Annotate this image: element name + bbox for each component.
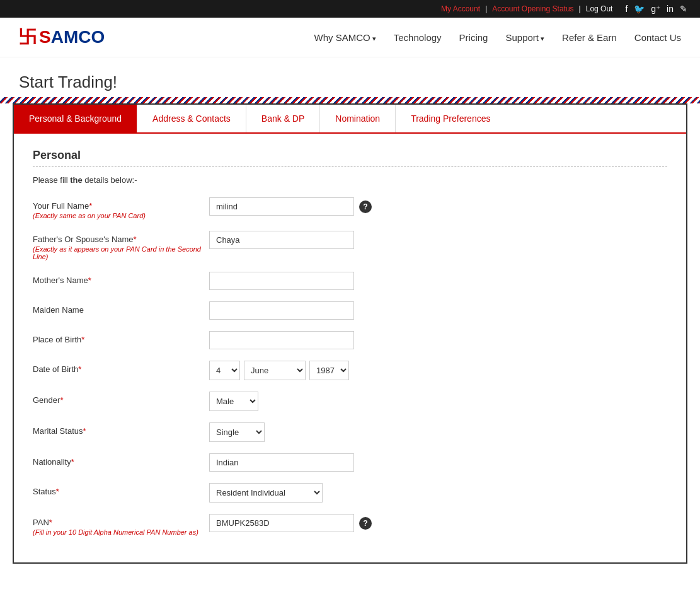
mother-name-input[interactable] [209, 272, 354, 290]
input-group-dob: 1234 5678 9101112 13141516 17181920 2122… [209, 361, 667, 380]
social-icons: f 🐦 g⁺ in ✎ [625, 4, 687, 14]
label-marital-status: Marital Status* [33, 422, 209, 436]
label-pan: PAN* (Fill in your 10 Digit Alpha Numeri… [33, 514, 209, 536]
tab-personal-background[interactable]: Personal & Background [14, 105, 137, 132]
input-group-marital-status: Single Married Divorced Widowed [209, 422, 667, 442]
account-opening-status-link[interactable]: Account Opening Status [492, 4, 573, 13]
nav-pricing[interactable]: Pricing [459, 32, 488, 43]
input-group-father-spouse [209, 231, 667, 249]
input-group-gender: Male Female Other [209, 392, 667, 411]
linkedin-icon[interactable]: in [667, 4, 674, 14]
nav-why-samco[interactable]: Why SAMCO [314, 32, 376, 43]
pan-input[interactable] [209, 514, 354, 532]
tab-bank-dp[interactable]: Bank & DP [246, 105, 320, 132]
my-account-link[interactable]: My Account [441, 4, 480, 13]
page-title-section: Start Trading! [0, 57, 700, 97]
form-row-maiden-name: Maiden Name [33, 301, 667, 320]
form-row-pan: PAN* (Fill in your 10 Digit Alpha Numeri… [33, 514, 667, 536]
input-group-maiden-name [209, 301, 667, 320]
input-group-mother-name [209, 272, 667, 290]
nav-refer-earn[interactable]: Refer & Earn [562, 32, 617, 43]
maiden-name-input[interactable] [209, 301, 354, 320]
logo-symbol: 卐 [19, 25, 37, 49]
label-place-of-birth: Place of Birth* [33, 331, 209, 344]
full-name-input[interactable] [209, 197, 354, 216]
help-icon-full-name[interactable]: ? [359, 201, 372, 213]
form-row-place-of-birth: Place of Birth* [33, 331, 667, 349]
tab-address-contacts[interactable]: Address & Contacts [137, 105, 246, 132]
input-group-nationality [209, 453, 667, 472]
nav-technology[interactable]: Technology [394, 32, 442, 43]
section-title: Personal [33, 149, 667, 162]
dob-month-select[interactable]: JanuaryFebruaryMarch AprilMayJune JulyAu… [244, 361, 306, 380]
input-group-status: Resident Individual Non-Resident Individ… [209, 483, 667, 503]
label-father-spouse: Father's Or Spouse's Name* (Exactly as i… [33, 231, 209, 260]
sub-label-full-name: (Exactly same as on your PAN Card) [33, 212, 209, 219]
nav-links: Why SAMCO Technology Pricing Support Ref… [314, 32, 681, 43]
facebook-icon[interactable]: f [625, 4, 628, 14]
label-full-name: Your Full Name* (Exactly same as on your… [33, 197, 209, 219]
tab-nomination[interactable]: Nomination [320, 105, 396, 132]
section-divider [33, 166, 667, 166]
logo-s: S [39, 27, 51, 47]
input-group-place-of-birth [209, 331, 667, 349]
logo-amco: AMCO [51, 27, 105, 47]
fill-instruction: Please fill the details below:- [33, 175, 667, 185]
form-content: Personal Please fill the details below:-… [14, 132, 686, 562]
top-bar: My Account | Account Opening Status | Lo… [0, 0, 700, 18]
form-row-marital-status: Marital Status* Single Married Divorced … [33, 422, 667, 442]
form-row-mother-name: Mother's Name* [33, 272, 667, 290]
help-icon-pan[interactable]: ? [359, 517, 372, 530]
input-group-full-name: ? [209, 197, 667, 216]
form-row-gender: Gender* Male Female Other [33, 392, 667, 411]
logo-text: SAMCO [39, 27, 105, 47]
nav-contact-us[interactable]: Contact Us [634, 32, 681, 43]
label-status: Status* [33, 483, 209, 496]
father-spouse-input[interactable] [209, 231, 354, 249]
nav-bar: 卐 SAMCO Why SAMCO Technology Pricing Sup… [0, 18, 700, 57]
label-maiden-name: Maiden Name [33, 301, 209, 315]
sub-label-pan: (Fill in your 10 Digit Alpha Numerical P… [33, 528, 209, 536]
gender-select[interactable]: Male Female Other [209, 392, 258, 411]
form-row-dob: Date of Birth* 1234 5678 9101112 1314151… [33, 361, 667, 380]
sub-label-father-spouse: (Exactly as it appears on your PAN Card … [33, 245, 209, 260]
form-row-nationality: Nationality* [33, 453, 667, 472]
logo: 卐 SAMCO [19, 25, 105, 49]
status-select[interactable]: Resident Individual Non-Resident Individ… [209, 483, 323, 503]
form-row-status: Status* Resident Individual Non-Resident… [33, 483, 667, 503]
separator-1: | [485, 4, 487, 13]
place-of-birth-input[interactable] [209, 331, 354, 349]
dob-day-select[interactable]: 1234 5678 9101112 13141516 17181920 2122… [209, 361, 240, 380]
input-group-pan: ? [209, 514, 667, 532]
form-row-father-spouse: Father's Or Spouse's Name* (Exactly as i… [33, 231, 667, 260]
form-row-full-name: Your Full Name* (Exactly same as on your… [33, 197, 667, 219]
blog-icon[interactable]: ✎ [680, 4, 687, 14]
tabs: Personal & Background Address & Contacts… [14, 105, 686, 132]
tab-trading-preferences[interactable]: Trading Preferences [396, 105, 505, 132]
label-nationality: Nationality* [33, 453, 209, 467]
twitter-icon[interactable]: 🐦 [634, 4, 645, 14]
dob-year-select[interactable]: 1980198119821983 1984198519861987 198819… [309, 361, 349, 380]
google-plus-icon[interactable]: g⁺ [651, 4, 660, 14]
label-gender: Gender* [33, 392, 209, 405]
logout-link[interactable]: Log Out [586, 4, 613, 13]
divider-pattern [0, 97, 700, 103]
label-mother-name: Mother's Name* [33, 272, 209, 285]
form-container: Personal & Background Address & Contacts… [13, 103, 687, 564]
marital-status-select[interactable]: Single Married Divorced Widowed [209, 422, 265, 442]
separator-2: | [579, 4, 581, 13]
page-title: Start Trading! [19, 73, 681, 92]
required-star: * [89, 201, 92, 211]
nationality-input[interactable] [209, 453, 354, 472]
label-dob: Date of Birth* [33, 361, 209, 374]
nav-support[interactable]: Support [505, 32, 544, 43]
